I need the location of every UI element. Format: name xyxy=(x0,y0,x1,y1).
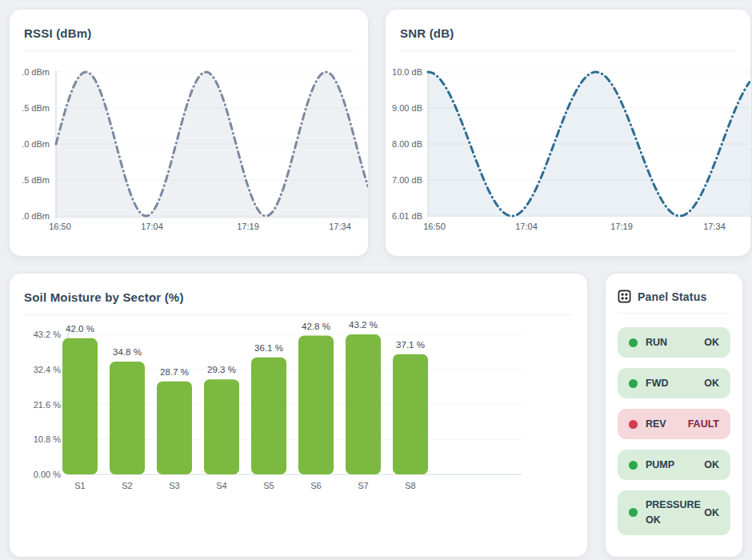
tick-label: S6 xyxy=(310,481,321,490)
status-dot-icon xyxy=(629,379,638,388)
status-value: OK xyxy=(704,459,719,470)
status-badge-pressure-ok: PRESSURE OK OK xyxy=(618,490,730,535)
tick-label: S1 xyxy=(74,481,85,490)
tick-label: 16:50 xyxy=(423,222,446,231)
y-tick-labels: 43.2 %32.4 %21.6 %10.8 %0.00 % xyxy=(34,330,61,479)
soil-moisture-chart-card: Soil Moisture by Sector (%) 43.2 %32.4 %… xyxy=(10,274,587,557)
status-badge-list: RUN OK FWD OK REV FAULT PUMP OK PRESSURE… xyxy=(606,314,742,535)
soil-card-header: Soil Moisture by Sector (%) xyxy=(10,274,587,315)
bar-S1 xyxy=(62,338,98,474)
divider xyxy=(24,314,573,315)
status-label: PUMP xyxy=(646,458,696,473)
tick-label: 17:34 xyxy=(329,222,351,231)
bars: 42.0 %S134.8 %S228.7 %S329.3 %S436.1 %S5… xyxy=(62,320,428,490)
tick-label: S3 xyxy=(169,481,179,490)
status-label: PRESSURE OK xyxy=(646,498,696,528)
bar-S4 xyxy=(204,379,239,474)
tick-label: .5 dBm xyxy=(22,103,50,113)
panel-status-title: Panel Status xyxy=(638,290,706,303)
tick-label: 36.1 % xyxy=(254,343,283,353)
status-dot-icon xyxy=(629,420,638,429)
bar-S3 xyxy=(157,382,192,474)
status-badge-rev: REV FAULT xyxy=(618,409,730,439)
tick-label: 0.00 % xyxy=(34,470,61,479)
tick-label: .5 dBm xyxy=(22,175,50,185)
snr-chart-title: SNR (dB) xyxy=(386,10,750,40)
tick-label: 17:04 xyxy=(515,222,538,231)
tick-label: 10.8 % xyxy=(34,434,61,444)
tick-label: 10.0 dB xyxy=(392,67,422,77)
panel-status-header: Panel Status xyxy=(606,274,742,303)
tick-label: .0 dBm xyxy=(22,211,50,221)
tick-label: S5 xyxy=(263,481,274,490)
bar-S7 xyxy=(346,334,381,474)
tick-label: 17:34 xyxy=(703,222,726,231)
status-value: OK xyxy=(704,378,719,389)
status-value: FAULT xyxy=(688,418,719,430)
status-label: REV xyxy=(646,417,680,432)
tick-label: 32.4 % xyxy=(34,365,61,374)
tick-label: 37.1 % xyxy=(396,340,425,350)
status-dot-icon xyxy=(629,461,638,470)
rssi-chart-card: RSSI (dBm) .0 dBm.5 dBm.0 dBm.5 dBm.0 dB… xyxy=(10,10,368,256)
tick-label: 43.2 % xyxy=(349,320,378,330)
tick-label: 17:19 xyxy=(610,222,633,231)
tick-label: 42.0 % xyxy=(66,324,94,334)
bar-S2 xyxy=(110,362,145,474)
divider xyxy=(24,50,354,51)
soil-moisture-bar-chart: 43.2 %32.4 %21.6 %10.8 %0.00 %42.0 %S134… xyxy=(10,274,587,557)
area-fill xyxy=(56,72,368,218)
x-tick-labels: 16:5017:0417:1917:34 xyxy=(49,222,351,231)
status-value: OK xyxy=(704,507,719,518)
tick-label: 34.8 % xyxy=(113,347,142,357)
snr-chart-card: SNR (dB) 10.0 dB9.00 dB8.00 dB7.00 dB6.0… xyxy=(386,10,750,256)
status-dot-icon xyxy=(629,508,638,517)
tick-label: S8 xyxy=(405,481,415,490)
tick-label: 16:50 xyxy=(49,222,71,231)
tick-label: .0 dBm xyxy=(22,139,50,149)
tick-label: 21.6 % xyxy=(34,400,61,410)
bar-S5 xyxy=(251,358,286,474)
tick-label: 7.00 dB xyxy=(392,175,422,185)
tick-label: 28.7 % xyxy=(160,367,189,377)
tick-label: .0 dBm xyxy=(22,67,50,77)
y-tick-labels: 10.0 dB9.00 dB8.00 dB7.00 dB6.01 dB xyxy=(392,67,422,221)
soil-chart-title: Soil Moisture by Sector (%) xyxy=(10,274,587,304)
status-label: RUN xyxy=(646,335,696,350)
status-value: OK xyxy=(704,337,719,348)
status-badge-pump: PUMP OK xyxy=(618,450,730,480)
bar-S8 xyxy=(393,354,428,474)
tick-label: 8.00 dB xyxy=(392,139,422,149)
tick-label: S7 xyxy=(358,481,368,490)
tick-label: S4 xyxy=(216,481,226,490)
rssi-chart-title: RSSI (dBm) xyxy=(10,10,368,40)
status-dot-icon xyxy=(629,338,638,347)
indicator-panel-icon xyxy=(618,290,631,303)
tick-label: 43.2 % xyxy=(34,330,61,339)
status-badge-fwd: FWD OK xyxy=(618,368,730,398)
tick-label: 9.00 dB xyxy=(392,103,422,113)
rssi-card-header: RSSI (dBm) xyxy=(10,10,368,51)
y-tick-labels: .0 dBm.5 dBm.0 dBm.5 dBm.0 dBm xyxy=(22,67,50,221)
tick-label: 29.3 % xyxy=(207,365,236,374)
status-label: FWD xyxy=(646,376,696,391)
tick-label: 17:04 xyxy=(141,222,163,231)
panel-status-card: Panel Status RUN OK FWD OK REV FAULT PUM… xyxy=(606,274,742,557)
status-badge-run: RUN OK xyxy=(618,327,730,358)
bar-S6 xyxy=(298,336,334,474)
x-tick-labels: 16:5017:0417:1917:34 xyxy=(423,222,726,231)
tick-label: 6.01 dB xyxy=(392,211,422,221)
tick-label: S2 xyxy=(122,481,132,490)
tick-label: 42.8 % xyxy=(302,322,330,331)
snr-card-header: SNR (dB) xyxy=(386,10,750,51)
tick-label: 17:19 xyxy=(237,222,259,231)
divider xyxy=(400,50,736,51)
